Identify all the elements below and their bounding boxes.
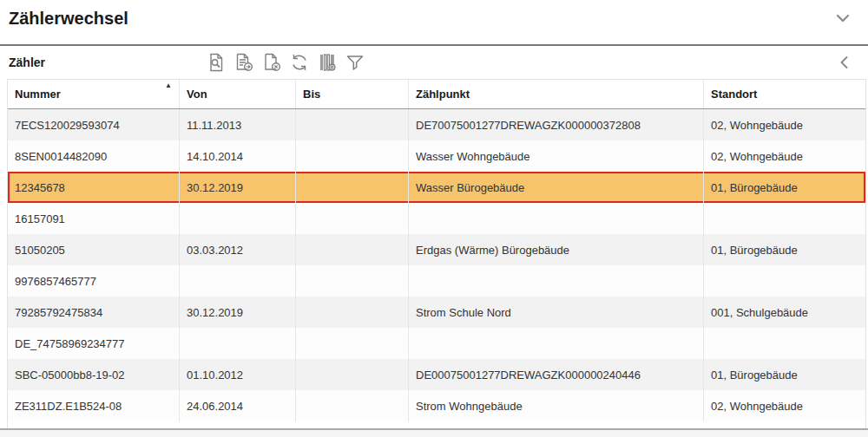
cell-standort: 02, Wohngebäude	[704, 109, 865, 140]
cell-standort	[704, 265, 865, 297]
cell-zaehlpunkt: DE70075001277DREWAGZK000000372808	[409, 109, 704, 140]
meter-table: Nummer▲VonBisZählpunktStandort 7ECS12002…	[7, 79, 866, 421]
cell-standort: 01, Bürogebäude	[704, 172, 865, 203]
cell-von: 14.10.2014	[180, 140, 296, 172]
cell-von	[180, 203, 296, 234]
table-row[interactable]: ZE311DZ.E1B524-0824.06.2014Strom Wohngeb…	[8, 390, 865, 421]
page-title: Zählerwechsel	[9, 9, 128, 29]
cell-nummer: 16157091	[8, 203, 180, 234]
cell-zaehlpunkt	[409, 328, 704, 359]
cell-bis	[296, 234, 409, 265]
column-header-standort[interactable]: Standort	[704, 80, 865, 108]
cell-bis	[296, 109, 409, 140]
table-row[interactable]: 7928579247583430.12.2019Strom Schule Nor…	[8, 297, 865, 328]
table-bottom-gap	[7, 421, 866, 428]
cell-zaehlpunkt: Erdgas (Wärme) Bürogebäude	[409, 234, 704, 265]
column-header-bis[interactable]: Bis	[296, 80, 409, 108]
cell-nummer: DE_74758969234777	[8, 328, 180, 359]
cell-von	[180, 328, 296, 359]
table-row[interactable]: 8SEN001448209014.10.2014Wasser Wohngebäu…	[8, 140, 865, 172]
column-header-nummer[interactable]: Nummer▲	[8, 80, 180, 108]
cell-standort: 01, Bürogebäude	[704, 234, 865, 265]
table-personalization-button[interactable]	[317, 52, 338, 73]
panel-collapse-button[interactable]	[835, 53, 854, 72]
table-row-selected[interactable]: 1234567830.12.2019Wasser Bürogebäude01, …	[8, 172, 865, 203]
table-row[interactable]: 5105020503.03.2012Erdgas (Wärme) Bürogeb…	[8, 234, 865, 265]
cell-von: 11.11.2013	[180, 109, 296, 140]
document-cancel-button[interactable]	[261, 52, 282, 73]
cell-zaehlpunkt: Wasser Bürogebäude	[409, 172, 704, 203]
column-header-label: Zählpunkt	[416, 88, 470, 101]
refresh-icon	[289, 52, 310, 73]
cell-zaehlpunkt: Wasser Wohngebäude	[409, 140, 704, 172]
cell-nummer: 12345678	[8, 172, 180, 203]
page-footer	[0, 428, 868, 437]
cell-nummer: 79285792475834	[8, 297, 180, 328]
cell-bis	[296, 203, 409, 234]
cell-nummer: 9976857465777	[8, 265, 180, 297]
column-header-label: Bis	[303, 88, 320, 101]
column-header-zaehlpunkt[interactable]: Zählpunkt	[409, 80, 704, 108]
cell-von: 30.12.2019	[180, 297, 296, 328]
table-row[interactable]: DE_74758969234777	[8, 328, 865, 359]
cell-nummer: 7ECS120029593074	[8, 109, 180, 140]
cell-bis	[296, 140, 409, 172]
cell-nummer: 51050205	[8, 234, 180, 265]
cell-nummer: SBC-05000bb8-19-02	[8, 359, 180, 390]
chevron-left-icon	[835, 62, 854, 75]
column-header-label: Nummer	[15, 88, 61, 101]
cell-standort: 01, Bürogebäude	[704, 359, 865, 390]
cell-zaehlpunkt: DE00075001277DREWAGZK000000240446	[409, 359, 704, 390]
cell-von: 01.10.2012	[180, 359, 296, 390]
document-cancel-icon	[261, 52, 282, 73]
app-header: Zählerwechsel	[0, 0, 868, 44]
cell-von: 30.12.2019	[180, 172, 296, 203]
table-row[interactable]: 7ECS12002959307411.11.2013DE70075001277D…	[8, 109, 865, 140]
document-export-icon	[233, 52, 254, 73]
cell-von: 24.06.2014	[180, 390, 296, 421]
toolbar-icons	[206, 52, 365, 73]
cell-bis	[296, 390, 409, 421]
chevron-down-icon	[833, 17, 852, 30]
cell-bis	[296, 359, 409, 390]
table-personalization-icon	[317, 52, 338, 73]
cell-nummer: ZE311DZ.E1B524-08	[8, 390, 180, 421]
refresh-button[interactable]	[289, 52, 310, 73]
cell-zaehlpunkt	[409, 265, 704, 297]
panel-toolbar: Zähler	[0, 46, 868, 79]
panel-title: Zähler	[9, 55, 45, 69]
table-row[interactable]: 9976857465777	[8, 265, 865, 297]
table-header-row: Nummer▲VonBisZählpunktStandort	[8, 80, 865, 109]
cell-nummer: 8SEN0014482090	[8, 140, 180, 172]
cell-standort: 02, Wohngebäude	[704, 140, 865, 172]
cell-standort	[704, 328, 865, 359]
cell-bis	[296, 297, 409, 328]
table-body: 7ECS12002959307411.11.2013DE70075001277D…	[8, 109, 865, 421]
document-search-button[interactable]	[206, 52, 227, 73]
document-search-icon	[206, 52, 227, 73]
cell-bis	[296, 265, 409, 297]
document-export-button[interactable]	[233, 52, 254, 73]
sort-ascending-icon: ▲	[165, 82, 172, 90]
filter-icon	[345, 52, 365, 73]
cell-zaehlpunkt: Strom Wohngebäude	[409, 390, 704, 421]
cell-standort	[704, 203, 865, 234]
table-row[interactable]: SBC-05000bb8-19-0201.10.2012DE0007500127…	[8, 359, 865, 390]
table-row[interactable]: 16157091	[8, 203, 865, 234]
cell-standort: 001, Schulgebäude	[704, 297, 865, 328]
cell-standort: 02, Wohngebäude	[704, 390, 865, 421]
column-header-label: Standort	[711, 88, 757, 101]
cell-zaehlpunkt	[409, 203, 704, 234]
cell-von	[180, 265, 296, 297]
filter-button[interactable]	[345, 52, 365, 73]
cell-bis	[296, 328, 409, 359]
header-collapse-button[interactable]	[833, 9, 852, 28]
column-header-von[interactable]: Von	[180, 80, 296, 108]
cell-zaehlpunkt: Strom Schule Nord	[409, 297, 704, 328]
cell-von: 03.03.2012	[180, 234, 296, 265]
column-header-label: Von	[187, 88, 207, 101]
cell-bis	[296, 172, 409, 203]
